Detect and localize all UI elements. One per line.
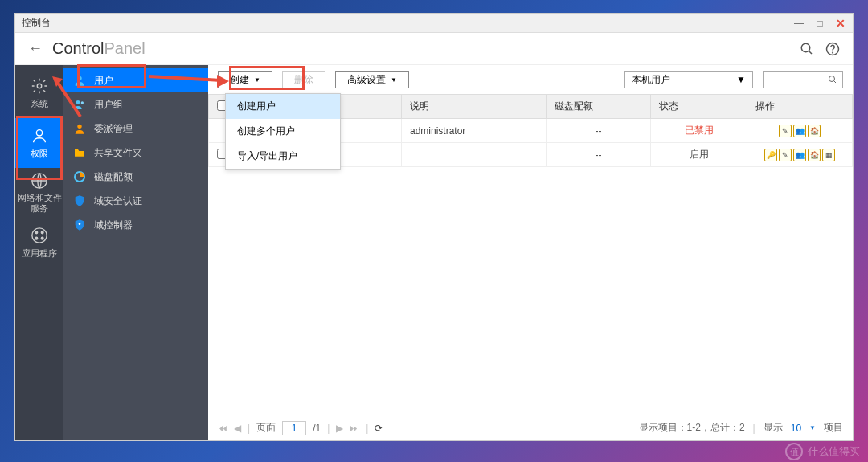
subnav-label: 用户组: [94, 98, 123, 112]
caret-down-icon: ▼: [254, 76, 260, 84]
watermark-icon: 值: [785, 443, 803, 460]
back-icon[interactable]: ←: [28, 40, 43, 57]
cell-actions: ✎ 👥 🏠: [747, 119, 853, 143]
subnav-domain-controller[interactable]: 域控制器: [63, 213, 208, 237]
nav-system[interactable]: 系统: [15, 68, 63, 118]
create-label: 创建: [230, 73, 249, 87]
window-title: 控制台: [22, 16, 793, 30]
gear-icon: [31, 77, 48, 95]
advanced-button[interactable]: 高级设置 ▼: [335, 71, 409, 88]
titlebar: 控制台 — □ ✕: [15, 14, 853, 33]
watermark: 值 什么值得买: [785, 443, 860, 460]
delete-label: 删除: [294, 73, 313, 87]
nav-apps[interactable]: 应用程序: [15, 218, 63, 268]
subnav-label: 域控制器: [94, 219, 133, 232]
svg-point-18: [829, 76, 835, 82]
col-status[interactable]: 状态: [651, 95, 747, 119]
delete-button[interactable]: 删除: [282, 71, 326, 88]
group-action-icon[interactable]: 👥: [793, 125, 806, 137]
delegate-icon: [73, 122, 86, 135]
subnav-label: 委派管理: [94, 122, 133, 136]
create-button[interactable]: 创建 ▼: [218, 71, 272, 88]
home-action-icon[interactable]: 🏠: [808, 125, 821, 137]
user-icon: [31, 127, 48, 145]
caret-down-icon[interactable]: ▼: [809, 424, 816, 431]
shield-icon: [73, 194, 86, 207]
primary-nav: 系统 权限 网络和文件服务 应用程序: [15, 65, 63, 440]
title-light: Panel: [104, 39, 145, 57]
page-title: ControlPanel: [52, 39, 145, 58]
next-page-icon[interactable]: ▶: [336, 423, 343, 434]
search-icon[interactable]: [800, 42, 814, 56]
col-quota[interactable]: 磁盘配额: [547, 95, 651, 119]
svg-point-8: [35, 231, 38, 233]
subnav-users[interactable]: 用户: [63, 68, 208, 92]
subnav-quota[interactable]: 磁盘配额: [63, 165, 208, 189]
subnav-domain-auth[interactable]: 域安全认证: [63, 189, 208, 213]
dropdown-create-multiple[interactable]: 创建多个用户: [226, 119, 340, 144]
show-label: 显示: [764, 421, 783, 435]
dropdown-import-export[interactable]: 导入/导出用户: [226, 144, 340, 169]
pagination-bar: ⏮ ◀ | 页面 /1 | ▶ ⏭ | ⟳ 显示项目：1-2，总计：2 | 显示…: [208, 415, 853, 440]
apps-icon: [31, 227, 48, 244]
svg-point-7: [32, 227, 47, 242]
refresh-icon[interactable]: ⟳: [375, 423, 383, 434]
maximize-button[interactable]: □: [814, 18, 825, 29]
subnav-usergroups[interactable]: 用户组: [63, 92, 208, 117]
dropdown-create-user[interactable]: 创建用户: [226, 94, 340, 119]
edit-action-icon[interactable]: ✎: [779, 125, 792, 137]
show-count[interactable]: 10: [791, 423, 801, 434]
secondary-nav: 用户 用户组 委派管理 共享文件夹 磁盘配额 域安全认证: [63, 65, 208, 440]
nav-label: 应用程序: [22, 247, 57, 260]
svg-point-4: [37, 84, 42, 88]
svg-line-1: [809, 51, 812, 54]
toolbar: 创建 ▼ 删除 高级设置 ▼ 本机用户 ▼: [208, 65, 853, 94]
cell-status: 启用: [651, 143, 747, 167]
page-input[interactable]: [282, 421, 306, 435]
edit-action-icon[interactable]: ✎: [779, 149, 792, 161]
svg-point-5: [36, 129, 42, 135]
minimize-button[interactable]: —: [793, 18, 805, 29]
subnav-label: 共享文件夹: [94, 146, 142, 160]
cell-actions: 🔑 ✎ 👥 🏠 ▦: [747, 143, 853, 167]
last-page-icon[interactable]: ⏭: [350, 423, 359, 434]
nav-permissions[interactable]: 权限: [15, 118, 63, 168]
items-label: 项目: [824, 421, 843, 435]
cell-quota: --: [547, 143, 651, 167]
search-input[interactable]: [763, 71, 843, 88]
globe-icon: [31, 172, 48, 190]
svg-point-3: [833, 52, 833, 53]
key-action-icon[interactable]: 🔑: [764, 149, 777, 161]
group-action-icon[interactable]: 👥: [793, 149, 806, 161]
app-action-icon[interactable]: ▦: [822, 149, 835, 161]
nav-network[interactable]: 网络和文件服务: [15, 168, 63, 218]
subnav-delegate[interactable]: 委派管理: [63, 117, 208, 141]
app-window: 控制台 — □ ✕ ← ControlPanel 系统 权限: [14, 13, 854, 441]
svg-point-14: [81, 101, 84, 104]
user-filter-select[interactable]: 本机用户 ▼: [624, 71, 753, 88]
home-action-icon[interactable]: 🏠: [808, 149, 821, 161]
caret-down-icon: ▼: [391, 76, 397, 84]
controller-icon: [73, 219, 86, 231]
window-controls: — □ ✕: [793, 18, 846, 29]
users-icon: [73, 98, 86, 111]
help-icon[interactable]: [825, 42, 840, 56]
header: ← ControlPanel: [15, 33, 853, 65]
filter-value: 本机用户: [632, 73, 670, 87]
svg-line-19: [834, 81, 837, 84]
subnav-label: 磁盘配额: [94, 170, 133, 184]
first-page-icon[interactable]: ⏮: [218, 423, 227, 434]
close-button[interactable]: ✕: [835, 18, 846, 29]
svg-point-15: [77, 125, 81, 129]
main-body: 系统 权限 网络和文件服务 应用程序 用户 用户组: [15, 65, 853, 440]
prev-page-icon[interactable]: ◀: [234, 423, 241, 434]
page-label: 页面: [256, 421, 276, 435]
pager-summary: 显示项目：1-2，总计：2: [639, 421, 745, 435]
folder-icon: [73, 146, 86, 159]
subnav-folders[interactable]: 共享文件夹: [63, 141, 208, 165]
col-actions[interactable]: 操作: [747, 95, 853, 119]
svg-point-10: [35, 237, 38, 239]
col-desc[interactable]: 说明: [402, 95, 547, 119]
cell-desc: [402, 143, 547, 167]
cell-quota: --: [547, 119, 651, 143]
